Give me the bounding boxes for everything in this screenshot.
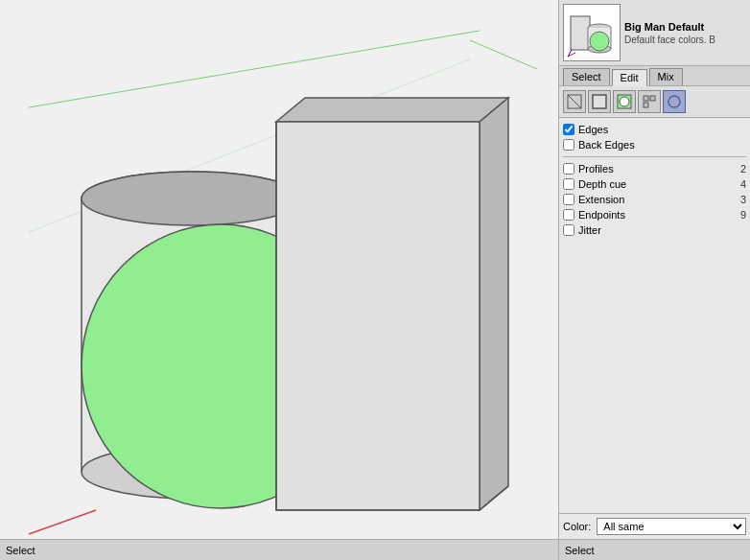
jitter-checkbox[interactable] [563, 224, 574, 236]
color-row: Color: All same By material By axis By l… [559, 513, 750, 539]
panel-bottom-label: Select [565, 545, 595, 556]
svg-point-21 [590, 32, 609, 51]
tab-select[interactable]: Select [563, 68, 610, 85]
tab-mix[interactable]: Mix [649, 68, 683, 85]
tab-edit[interactable]: Edit [612, 69, 647, 86]
extension-label: Extension [578, 194, 723, 205]
right-panel: Big Man Default Default face colors. B S… [558, 0, 750, 560]
profiles-label: Profiles [578, 163, 723, 175]
svg-rect-29 [644, 96, 648, 101]
depth-cue-value: 4 [727, 178, 746, 190]
edges-checkbox[interactable] [563, 124, 574, 135]
back-edges-row: Back Edges [563, 139, 746, 151]
edges-label: Edges [578, 124, 746, 135]
svg-point-28 [620, 97, 629, 106]
depth-cue-label: Depth cue [578, 178, 723, 190]
icon-edge-style-4[interactable] [638, 90, 661, 113]
extension-checkbox[interactable] [563, 194, 574, 205]
panel-bottom-bar: Select [559, 539, 750, 560]
icon-edge-style-5[interactable] [663, 90, 686, 113]
back-edges-label: Back Edges [578, 139, 746, 151]
svg-point-32 [668, 96, 680, 107]
icon-edge-style-1[interactable] [563, 90, 586, 113]
icon-toolbar [559, 86, 750, 118]
back-edges-checkbox[interactable] [563, 139, 574, 151]
endpoints-value: 9 [727, 209, 746, 221]
depth-cue-row: Depth cue 4 [563, 178, 746, 190]
endpoints-checkbox[interactable] [563, 209, 574, 221]
style-desc: Default face colors. B [624, 35, 746, 45]
style-info: Big Man Default Default face colors. B [624, 4, 746, 61]
tabs-row: Select Edit Mix [559, 66, 750, 86]
color-dropdown[interactable]: All same By material By axis By layer [597, 518, 746, 535]
svg-rect-26 [593, 95, 606, 108]
style-name: Big Man Default [624, 21, 746, 33]
svg-rect-30 [650, 96, 655, 101]
bottom-status-bar: Select [0, 539, 558, 560]
color-label: Color: [563, 521, 591, 532]
scene-svg [0, 0, 558, 560]
profiles-row: Profiles 2 [563, 163, 746, 175]
svg-rect-31 [644, 103, 648, 107]
extension-value: 3 [727, 194, 746, 205]
depth-cue-checkbox[interactable] [563, 178, 574, 190]
svg-rect-15 [571, 16, 590, 50]
viewport: Select [0, 0, 558, 560]
endpoints-label: Endpoints [578, 209, 723, 221]
svg-point-9 [82, 172, 302, 225]
options-panel: Edges Back Edges Profiles 2 Depth cue 4 … [559, 118, 750, 513]
style-thumb-area: Big Man Default Default face colors. B [559, 0, 750, 66]
jitter-row: Jitter [563, 224, 746, 236]
icon-edge-style-2[interactable] [588, 90, 611, 113]
style-thumbnail [563, 4, 621, 61]
extension-row: Extension 3 [563, 194, 746, 205]
profiles-value: 2 [727, 163, 746, 175]
icon-edge-style-3[interactable] [613, 90, 636, 113]
profiles-checkbox[interactable] [563, 163, 574, 175]
endpoints-row: Endpoints 9 [563, 209, 746, 221]
status-text: Select [6, 545, 35, 556]
jitter-label: Jitter [578, 224, 746, 236]
divider-1 [563, 156, 746, 157]
edges-row: Edges [563, 124, 746, 135]
